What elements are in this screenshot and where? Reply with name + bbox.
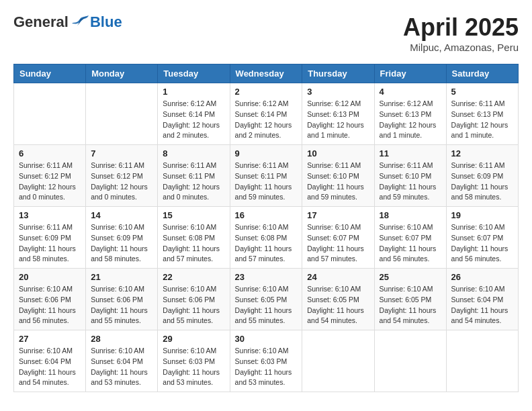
day-number: 10 bbox=[307, 148, 369, 158]
day-number: 5 bbox=[451, 87, 513, 97]
day-info: Sunrise: 6:10 AM Sunset: 6:06 PM Dayligh… bbox=[163, 284, 224, 326]
day-info: Sunrise: 6:12 AM Sunset: 6:13 PM Dayligh… bbox=[380, 99, 441, 141]
calendar-cell: 7Sunrise: 6:11 AM Sunset: 6:12 PM Daylig… bbox=[86, 145, 158, 207]
day-number: 21 bbox=[91, 272, 152, 282]
calendar-cell bbox=[446, 330, 518, 392]
calendar-cell: 1Sunrise: 6:12 AM Sunset: 6:14 PM Daylig… bbox=[158, 83, 230, 145]
day-info: Sunrise: 6:10 AM Sunset: 6:05 PM Dayligh… bbox=[307, 284, 369, 326]
calendar-cell: 16Sunrise: 6:10 AM Sunset: 6:08 PM Dayli… bbox=[230, 207, 302, 269]
day-info: Sunrise: 6:10 AM Sunset: 6:03 PM Dayligh… bbox=[163, 346, 224, 388]
day-number: 26 bbox=[451, 272, 513, 282]
day-info: Sunrise: 6:11 AM Sunset: 6:12 PM Dayligh… bbox=[19, 161, 81, 203]
day-number: 20 bbox=[19, 272, 81, 282]
day-number: 14 bbox=[91, 210, 152, 220]
day-number: 27 bbox=[19, 334, 81, 344]
day-number: 17 bbox=[307, 210, 369, 220]
logo-bird-icon bbox=[70, 14, 90, 30]
day-number: 22 bbox=[163, 272, 224, 282]
location-subtitle: Milpuc, Amazonas, Peru bbox=[403, 42, 519, 53]
calendar-cell: 3Sunrise: 6:12 AM Sunset: 6:13 PM Daylig… bbox=[302, 83, 374, 145]
weekday-header: Friday bbox=[374, 64, 446, 83]
calendar-cell: 13Sunrise: 6:11 AM Sunset: 6:09 PM Dayli… bbox=[14, 207, 86, 269]
day-number: 28 bbox=[91, 334, 152, 344]
calendar-cell: 24Sunrise: 6:10 AM Sunset: 6:05 PM Dayli… bbox=[302, 269, 374, 330]
day-info: Sunrise: 6:12 AM Sunset: 6:13 PM Dayligh… bbox=[307, 99, 369, 141]
day-number: 12 bbox=[451, 148, 513, 158]
day-number: 3 bbox=[307, 87, 369, 97]
logo: General Blue bbox=[13, 13, 122, 31]
day-info: Sunrise: 6:10 AM Sunset: 6:07 PM Dayligh… bbox=[307, 222, 369, 265]
calendar-cell: 21Sunrise: 6:10 AM Sunset: 6:06 PM Dayli… bbox=[86, 269, 158, 330]
weekday-header: Tuesday bbox=[158, 64, 230, 83]
day-info: Sunrise: 6:11 AM Sunset: 6:09 PM Dayligh… bbox=[19, 222, 81, 265]
calendar-cell: 28Sunrise: 6:10 AM Sunset: 6:04 PM Dayli… bbox=[86, 330, 158, 392]
calendar-cell: 4Sunrise: 6:12 AM Sunset: 6:13 PM Daylig… bbox=[374, 83, 446, 145]
day-info: Sunrise: 6:10 AM Sunset: 6:05 PM Dayligh… bbox=[380, 284, 441, 326]
day-number: 11 bbox=[380, 148, 441, 158]
day-info: Sunrise: 6:10 AM Sunset: 6:04 PM Dayligh… bbox=[451, 284, 513, 326]
day-number: 15 bbox=[163, 210, 224, 220]
day-number: 24 bbox=[307, 272, 369, 282]
weekday-header: Saturday bbox=[446, 64, 518, 83]
day-number: 8 bbox=[163, 148, 224, 158]
calendar-cell: 19Sunrise: 6:10 AM Sunset: 6:07 PM Dayli… bbox=[446, 207, 518, 269]
logo-blue-text: Blue bbox=[90, 13, 122, 31]
calendar-cell: 26Sunrise: 6:10 AM Sunset: 6:04 PM Dayli… bbox=[446, 269, 518, 330]
day-info: Sunrise: 6:10 AM Sunset: 6:04 PM Dayligh… bbox=[91, 346, 152, 388]
weekday-header: Monday bbox=[86, 64, 158, 83]
day-number: 19 bbox=[451, 210, 513, 220]
day-info: Sunrise: 6:11 AM Sunset: 6:10 PM Dayligh… bbox=[307, 161, 369, 203]
day-number: 16 bbox=[235, 210, 298, 220]
day-number: 23 bbox=[235, 272, 298, 282]
month-title: April 2025 bbox=[403, 13, 519, 42]
calendar-week-row: 1Sunrise: 6:12 AM Sunset: 6:14 PM Daylig… bbox=[14, 83, 519, 145]
calendar-week-row: 13Sunrise: 6:11 AM Sunset: 6:09 PM Dayli… bbox=[14, 207, 519, 269]
calendar-cell: 9Sunrise: 6:11 AM Sunset: 6:11 PM Daylig… bbox=[230, 145, 302, 207]
day-info: Sunrise: 6:11 AM Sunset: 6:09 PM Dayligh… bbox=[451, 161, 513, 203]
calendar-week-row: 20Sunrise: 6:10 AM Sunset: 6:06 PM Dayli… bbox=[14, 269, 519, 330]
day-number: 2 bbox=[235, 87, 298, 97]
day-number: 1 bbox=[163, 87, 224, 97]
page-header: General Blue April 2025 Milpuc, Amazonas… bbox=[13, 13, 519, 53]
day-info: Sunrise: 6:11 AM Sunset: 6:11 PM Dayligh… bbox=[235, 161, 298, 203]
day-number: 18 bbox=[380, 210, 441, 220]
calendar-cell bbox=[86, 83, 158, 145]
day-number: 4 bbox=[380, 87, 441, 97]
day-info: Sunrise: 6:10 AM Sunset: 6:07 PM Dayligh… bbox=[380, 222, 441, 265]
calendar-cell bbox=[374, 330, 446, 392]
calendar-cell: 30Sunrise: 6:10 AM Sunset: 6:03 PM Dayli… bbox=[230, 330, 302, 392]
day-number: 29 bbox=[163, 334, 224, 344]
day-info: Sunrise: 6:11 AM Sunset: 6:11 PM Dayligh… bbox=[163, 161, 224, 203]
calendar-week-row: 6Sunrise: 6:11 AM Sunset: 6:12 PM Daylig… bbox=[14, 145, 519, 207]
calendar-cell: 6Sunrise: 6:11 AM Sunset: 6:12 PM Daylig… bbox=[14, 145, 86, 207]
weekday-header: Wednesday bbox=[230, 64, 302, 83]
day-number: 30 bbox=[235, 334, 298, 344]
calendar-cell: 8Sunrise: 6:11 AM Sunset: 6:11 PM Daylig… bbox=[158, 145, 230, 207]
day-info: Sunrise: 6:12 AM Sunset: 6:14 PM Dayligh… bbox=[163, 99, 224, 141]
day-number: 7 bbox=[91, 148, 152, 158]
day-info: Sunrise: 6:10 AM Sunset: 6:07 PM Dayligh… bbox=[451, 222, 513, 265]
day-info: Sunrise: 6:10 AM Sunset: 6:08 PM Dayligh… bbox=[163, 222, 224, 265]
day-info: Sunrise: 6:10 AM Sunset: 6:04 PM Dayligh… bbox=[19, 346, 81, 388]
day-info: Sunrise: 6:12 AM Sunset: 6:14 PM Dayligh… bbox=[235, 99, 298, 141]
calendar-cell: 25Sunrise: 6:10 AM Sunset: 6:05 PM Dayli… bbox=[374, 269, 446, 330]
day-info: Sunrise: 6:10 AM Sunset: 6:03 PM Dayligh… bbox=[235, 346, 298, 388]
calendar-cell: 27Sunrise: 6:10 AM Sunset: 6:04 PM Dayli… bbox=[14, 330, 86, 392]
day-info: Sunrise: 6:10 AM Sunset: 6:05 PM Dayligh… bbox=[235, 284, 298, 326]
weekday-header: Sunday bbox=[14, 64, 86, 83]
day-info: Sunrise: 6:10 AM Sunset: 6:09 PM Dayligh… bbox=[91, 222, 152, 265]
calendar-cell: 10Sunrise: 6:11 AM Sunset: 6:10 PM Dayli… bbox=[302, 145, 374, 207]
calendar-cell: 29Sunrise: 6:10 AM Sunset: 6:03 PM Dayli… bbox=[158, 330, 230, 392]
logo-general-text: General bbox=[13, 13, 69, 31]
calendar-cell: 20Sunrise: 6:10 AM Sunset: 6:06 PM Dayli… bbox=[14, 269, 86, 330]
day-number: 25 bbox=[380, 272, 441, 282]
calendar-cell bbox=[302, 330, 374, 392]
calendar-cell: 23Sunrise: 6:10 AM Sunset: 6:05 PM Dayli… bbox=[230, 269, 302, 330]
day-info: Sunrise: 6:11 AM Sunset: 6:10 PM Dayligh… bbox=[380, 161, 441, 203]
title-area: April 2025 Milpuc, Amazonas, Peru bbox=[403, 13, 519, 53]
day-info: Sunrise: 6:10 AM Sunset: 6:06 PM Dayligh… bbox=[19, 284, 81, 326]
calendar-cell: 11Sunrise: 6:11 AM Sunset: 6:10 PM Dayli… bbox=[374, 145, 446, 207]
day-info: Sunrise: 6:11 AM Sunset: 6:13 PM Dayligh… bbox=[451, 99, 513, 141]
calendar-cell: 2Sunrise: 6:12 AM Sunset: 6:14 PM Daylig… bbox=[230, 83, 302, 145]
calendar-week-row: 27Sunrise: 6:10 AM Sunset: 6:04 PM Dayli… bbox=[14, 330, 519, 392]
